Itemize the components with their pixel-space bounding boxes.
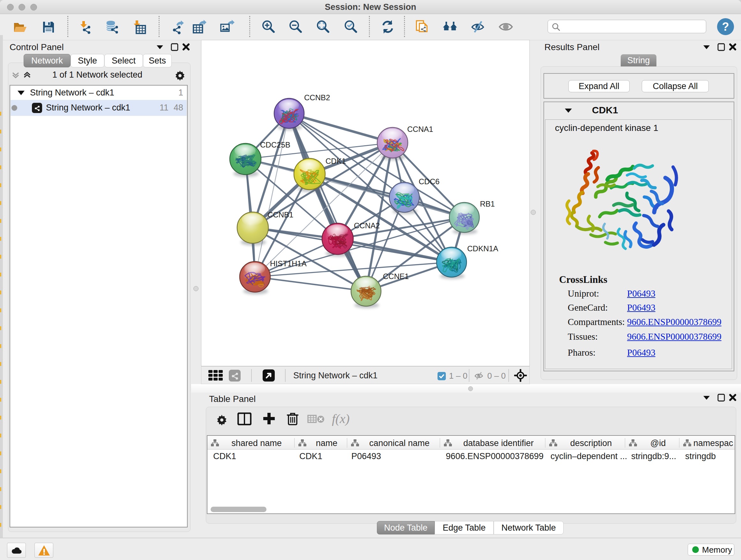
svg-text:CCNA2: CCNA2 [354, 221, 380, 230]
svg-text:CCNA1: CCNA1 [407, 125, 433, 133]
svg-text:CDC6: CDC6 [419, 177, 440, 186]
svg-text:CDC25B: CDC25B [260, 140, 290, 149]
svg-text:CCNB2: CCNB2 [304, 93, 330, 102]
svg-text:HIST1H1A: HIST1H1A [270, 259, 307, 268]
svg-text:CCNE1: CCNE1 [383, 272, 409, 281]
svg-text:CDK1: CDK1 [326, 157, 346, 165]
svg-text:CDKN1A: CDKN1A [467, 244, 498, 253]
svg-text:CCNB1: CCNB1 [267, 210, 293, 219]
svg-text:RB1: RB1 [480, 199, 495, 208]
